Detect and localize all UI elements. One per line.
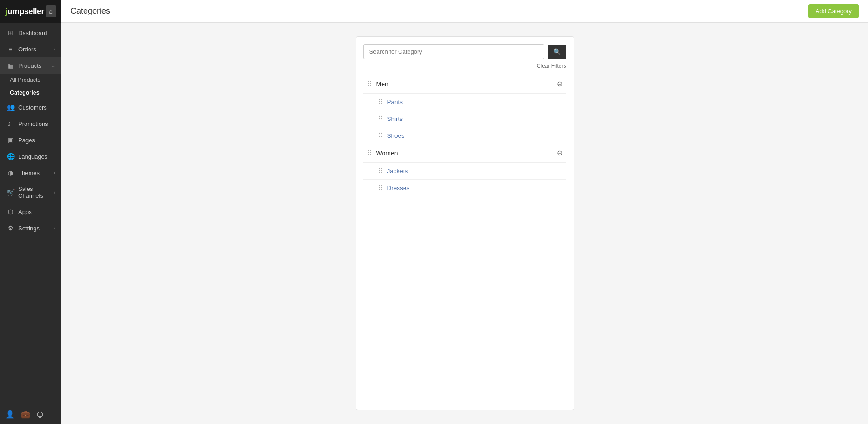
pages-icon: ▣ [6,136,15,144]
sidebar-item-customers[interactable]: 👥 Customers [0,99,61,115]
subcategory-shirts: ⠿ Shirts [363,110,566,127]
main-content: Categories Add Category 🔍 Clear Filters … [61,0,868,424]
sidebar-item-apps[interactable]: ⬡ Apps [0,204,61,220]
sidebar-item-sales-channels[interactable]: 🛒 Sales Channels › [0,181,61,204]
sidebar-item-label: Products [18,62,48,69]
sidebar-item-pages[interactable]: ▣ Pages [0,132,61,148]
clear-filters-link[interactable]: Clear Filters [363,63,566,69]
sidebar-item-all-products[interactable]: All Products [0,74,61,86]
subcategory-pants: ⠿ Pants [363,94,566,110]
sidebar-item-label: Orders [18,46,50,53]
apps-icon: ⬡ [6,208,15,215]
languages-icon: 🌐 [6,153,15,160]
settings-icon: ⚙ [6,224,15,232]
sidebar: jumpseller ⌂ ⊞ Dashboard ≡ Orders › ▦ Pr… [0,0,61,424]
drag-handle-jackets[interactable]: ⠿ [378,167,383,175]
categories-card: 🔍 Clear Filters ⠿ Men ⊖ ⠿ Pants ⠿ Shirts [356,36,574,410]
chevron-right-icon: › [54,226,55,231]
sidebar-item-label: Sales Channels [18,185,50,199]
content-area: 🔍 Clear Filters ⠿ Men ⊖ ⠿ Pants ⠿ Shirts [61,23,868,424]
sales-channels-icon: 🛒 [6,189,15,196]
dashboard-icon: ⊞ [6,29,15,36]
drag-handle-women[interactable]: ⠿ [367,150,372,157]
subcategory-name-jackets[interactable]: Jackets [387,168,408,175]
bag-icon[interactable]: 💼 [21,410,30,419]
sidebar-item-label: Apps [18,209,55,215]
promotions-icon: 🏷 [6,120,15,127]
chevron-right-icon: › [54,190,55,195]
subcategory-name-shirts[interactable]: Shirts [387,115,403,122]
sidebar-item-label: Languages [18,153,55,160]
sidebar-item-label: Themes [18,170,50,176]
home-icon[interactable]: ⌂ [46,5,56,17]
category-header-women: ⠿ Women ⊖ [363,144,566,163]
power-icon[interactable]: ⏻ [36,410,44,419]
orders-icon: ≡ [6,45,15,53]
chevron-down-icon: ⌄ [51,63,55,68]
categories-label: Categories [10,90,40,96]
category-header-men: ⠿ Men ⊖ [363,75,566,94]
customers-icon: 👥 [6,104,15,111]
category-group-men: ⠿ Men ⊖ ⠿ Pants ⠿ Shirts ⠿ Shoes [363,75,566,144]
subcategory-name-pants[interactable]: Pants [387,99,403,105]
topbar: Categories Add Category [61,0,868,23]
drag-handle-shirts[interactable]: ⠿ [378,115,383,122]
chevron-right-icon: › [54,47,55,52]
sidebar-item-themes[interactable]: ◑ Themes › [0,165,61,181]
page-title: Categories [71,6,110,16]
profile-icon[interactable]: 👤 [5,410,15,419]
all-products-label: All Products [10,77,40,83]
search-input[interactable] [363,44,544,59]
add-category-button[interactable]: Add Category [808,4,859,18]
chevron-right-icon: › [54,170,55,175]
category-name-women: Women [376,150,552,157]
themes-icon: ◑ [6,169,15,176]
nav-items: ⊞ Dashboard ≡ Orders › ▦ Products ⌄ All … [0,23,61,404]
search-row: 🔍 [363,44,566,59]
subcategory-name-dresses[interactable]: Dresses [387,185,410,191]
sidebar-item-label: Settings [18,225,50,232]
subcategory-shoes: ⠿ Shoes [363,127,566,144]
sidebar-item-label: Customers [18,104,55,111]
sidebar-item-dashboard[interactable]: ⊞ Dashboard [0,25,61,41]
sidebar-item-label: Promotions [18,120,55,127]
sidebar-item-label: Dashboard [18,30,55,36]
add-button-wrapper: Add Category [808,4,859,18]
sidebar-item-promotions[interactable]: 🏷 Promotions [0,115,61,132]
drag-handle-shoes[interactable]: ⠿ [378,132,383,139]
drag-handle-men[interactable]: ⠿ [367,80,372,88]
subcategory-name-shoes[interactable]: Shoes [387,132,404,139]
sidebar-item-products[interactable]: ▦ Products ⌄ [0,57,61,74]
sidebar-item-orders[interactable]: ≡ Orders › [0,41,61,57]
search-button[interactable]: 🔍 [548,45,566,59]
collapse-women-button[interactable]: ⊖ [557,150,563,157]
collapse-men-button[interactable]: ⊖ [557,80,563,88]
drag-handle-dresses[interactable]: ⠿ [378,184,383,191]
logo-area: jumpseller ⌂ [0,0,61,23]
subcategory-dresses: ⠿ Dresses [363,180,566,196]
category-group-women: ⠿ Women ⊖ ⠿ Jackets ⠿ Dresses [363,144,566,196]
products-icon: ▦ [6,62,15,69]
sidebar-item-categories[interactable]: Categories [0,86,61,99]
sidebar-item-languages[interactable]: 🌐 Languages [0,148,61,165]
sidebar-bottom: 👤 💼 ⏻ [0,404,61,424]
sidebar-item-label: Pages [18,137,55,144]
category-name-men: Men [376,80,552,88]
sidebar-item-settings[interactable]: ⚙ Settings › [0,220,61,236]
drag-handle-pants[interactable]: ⠿ [378,98,383,105]
subcategory-jackets: ⠿ Jackets [363,163,566,180]
logo: jumpseller [5,7,44,16]
